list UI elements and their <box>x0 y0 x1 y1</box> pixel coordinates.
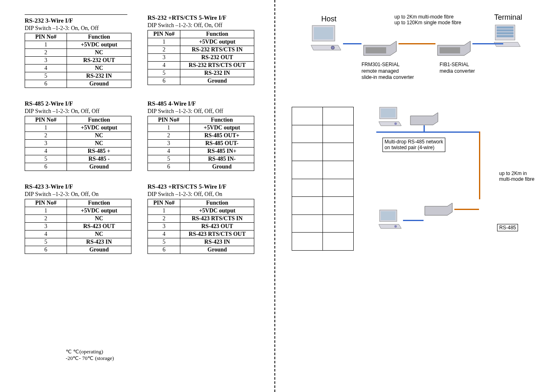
svg-rect-8 <box>497 32 514 34</box>
pin-table-block: RS-423 3-Wire I/FDIP Switch –1-2-3: On, … <box>25 183 139 254</box>
pin-number-cell: 1 <box>25 41 67 49</box>
cable-line <box>343 43 362 44</box>
function-cell: +5VDC output <box>67 207 131 215</box>
function-cell: RS-485 - <box>67 155 131 163</box>
table-title: RS-485 4-Wire I/F <box>147 100 262 107</box>
pin-number-cell: 4 <box>25 231 67 238</box>
fiber-line-2 <box>479 131 480 199</box>
table-row: 3RS-423 OUT <box>148 223 254 231</box>
table-row: 1+5VDC output <box>25 124 131 132</box>
function-cell: NC <box>67 140 131 148</box>
node-computer-icon-2 <box>378 210 403 230</box>
pin-number-cell: 6 <box>148 77 180 85</box>
pin-number-cell: 6 <box>148 163 190 171</box>
pin-number-cell: 2 <box>148 46 180 54</box>
function-cell: +5VDC output <box>67 41 131 49</box>
table-row <box>292 197 354 215</box>
function-cell: +5VDC output <box>67 124 131 132</box>
function-cell: NC <box>67 65 131 72</box>
terminal-computer-icon <box>493 23 522 49</box>
fib-device-icon <box>435 39 472 58</box>
table-row: 6Ground <box>25 80 131 88</box>
pin-number-cell: 3 <box>25 140 67 148</box>
table-row: 3RS-232 OUT <box>25 57 131 65</box>
table-header-cell: PIN No# <box>148 116 190 124</box>
pin-number-cell: 5 <box>25 155 67 163</box>
pin-number-cell: 5 <box>148 155 190 163</box>
function-cell: RS-232 IN <box>67 72 131 80</box>
empty-cell <box>292 233 323 251</box>
table-row <box>292 214 354 233</box>
function-cell: RS-423 RTS/CTS OUT <box>180 231 254 238</box>
svg-rect-3 <box>366 47 386 53</box>
function-cell: RS-423 OUT <box>180 223 254 231</box>
function-cell: Ground <box>67 80 131 88</box>
empty-cell <box>292 125 323 143</box>
pin-number-cell: 1 <box>25 207 67 215</box>
table-header-cell: Function <box>180 199 254 207</box>
serial-line <box>403 220 424 221</box>
table-subtitle: DIP Switch –1-2-3: On, Off, On <box>25 191 139 198</box>
function-cell: Ground <box>67 163 131 171</box>
empty-cell <box>292 161 323 179</box>
pin-number-cell: 1 <box>148 38 180 46</box>
rs485-label: RS-485 <box>497 224 518 231</box>
table-header-cell: PIN No# <box>148 30 180 38</box>
table-row: 1+5VDC output <box>148 207 254 215</box>
fiber-distance-text: up to 2Km multi-mode fibre up to 120Km s… <box>394 14 461 26</box>
pin-table: PIN No#Function1+5VDC output2RS-485 OUT+… <box>147 116 254 171</box>
drop-line-1 <box>424 125 425 133</box>
svg-point-2 <box>331 46 334 49</box>
function-cell: RS-232 RTS/CTS IN <box>180 46 254 54</box>
fib-label: FIB1-SERIAL media converter <box>440 62 475 74</box>
table-row: 1+5VDC output <box>148 38 254 46</box>
host-computer-icon <box>310 25 343 51</box>
function-cell: NC <box>67 231 131 238</box>
pin-number-cell: 4 <box>148 62 180 69</box>
pin-number-cell: 4 <box>25 65 67 72</box>
empty-cell <box>323 107 354 125</box>
table-row: 2NC <box>25 132 131 140</box>
pin-number-cell: 4 <box>148 231 180 238</box>
table-row: 4RS-232 RTS/CTS OUT <box>148 62 254 69</box>
frm-device-icon <box>362 39 398 58</box>
table-header-cell: PIN No# <box>148 199 180 207</box>
empty-cell <box>323 214 354 233</box>
table-row: 2RS-423 RTS/CTS IN <box>148 215 254 223</box>
host-label: Host <box>321 15 336 23</box>
empty-cell <box>292 179 323 197</box>
empty-cell <box>323 125 354 143</box>
function-cell: RS-485 OUT- <box>190 140 254 148</box>
pin-number-cell: 6 <box>25 246 67 254</box>
table-row: 3NC <box>25 140 131 148</box>
empty-cell <box>292 197 323 215</box>
pin-number-cell: 5 <box>25 72 67 80</box>
pin-number-cell: 1 <box>25 124 67 132</box>
pin-number-cell: 5 <box>148 69 180 77</box>
section-rule <box>25 14 127 15</box>
table-row <box>292 143 354 161</box>
table-subtitle: DIP Switch –1-2-3: On, Off, Off <box>25 108 139 115</box>
svg-rect-7 <box>497 29 514 31</box>
table-title: RS-485 2-Wire I/F <box>25 100 139 107</box>
pin-table-block: RS-485 2-Wire I/FDIP Switch –1-2-3: On, … <box>25 100 139 171</box>
svg-rect-1 <box>314 27 333 39</box>
table-header-cell: Function <box>67 199 131 207</box>
function-cell: RS-423 IN <box>67 238 131 246</box>
pin-number-cell: 4 <box>148 148 190 155</box>
table-subtitle: DIP Switch –1-2-3: Off, Off, Off <box>147 108 262 115</box>
pin-table-block: RS-232 +RTS/CTS 5-Wire I/FDIP Switch –1-… <box>147 14 262 88</box>
function-cell: RS-485 + <box>67 148 131 155</box>
terminal-label: Terminal <box>494 13 522 22</box>
pin-number-cell: 1 <box>148 207 180 215</box>
topology-diagram-1: Host Terminal up to 2Km multi-mode fibre… <box>292 8 539 90</box>
converter-icon-2 <box>424 201 454 217</box>
table-row: 2NC <box>25 49 131 57</box>
temperature-spec: ℃ ℃(operating) -20℃- 70℃ (storage) <box>66 348 262 362</box>
blank-table <box>292 107 354 251</box>
table-header-cell: Function <box>67 33 131 41</box>
function-cell: +5VDC output <box>190 124 254 132</box>
table-title: RS-232 +RTS/CTS 5-Wire I/F <box>147 14 262 21</box>
table-row <box>292 125 354 143</box>
function-cell: RS-423 RTS/CTS IN <box>180 215 254 223</box>
